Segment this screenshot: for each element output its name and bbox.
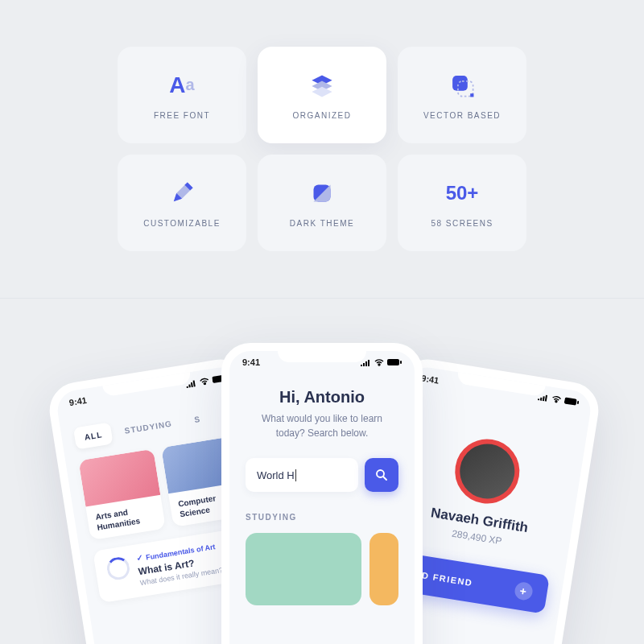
status-icons xyxy=(360,357,402,367)
status-time: 9:41 xyxy=(242,357,260,367)
studying-section-label: STUDYING xyxy=(246,513,398,522)
layers-icon xyxy=(308,71,336,100)
feature-label: 58 SCREENS xyxy=(431,219,493,228)
category-card-arts[interactable]: Arts and Humanities xyxy=(78,449,165,540)
feature-label: DARK THEME xyxy=(290,219,354,228)
feature-card-screens[interactable]: 50+ 58 SCREENS xyxy=(398,155,526,251)
feature-card-customizable[interactable]: CUSTOMIZABLE xyxy=(118,155,246,251)
feature-card-organized[interactable]: ORGANIZED xyxy=(258,47,386,143)
screens-count-icon: 50+ xyxy=(446,179,479,208)
tab-studying[interactable]: STUDYING xyxy=(114,411,184,444)
feature-card-dark-theme[interactable]: DARK THEME xyxy=(258,155,386,251)
tab-all[interactable]: ALL xyxy=(73,423,114,450)
avatar[interactable] xyxy=(451,435,525,509)
plus-icon: + xyxy=(514,581,534,601)
studying-card[interactable] xyxy=(369,533,398,605)
search-value: World H xyxy=(257,469,296,481)
dark-theme-icon xyxy=(310,179,334,208)
battery-icon xyxy=(564,396,579,407)
signal-icon xyxy=(537,392,549,402)
status-bar: 9:41 xyxy=(242,357,402,367)
feature-card-vector-based[interactable]: VECTOR BASED xyxy=(398,47,526,143)
font-icon-big-a: A xyxy=(169,72,185,98)
tab-more[interactable]: S xyxy=(183,407,212,432)
search-icon xyxy=(374,468,389,482)
svg-rect-7 xyxy=(400,361,402,364)
greeting-title: Hi, Antonio xyxy=(246,388,398,407)
feature-label: CUSTOMIZABLE xyxy=(143,219,221,228)
signal-icon xyxy=(360,358,371,366)
progress-ring-icon xyxy=(105,555,131,581)
search-button[interactable] xyxy=(365,458,398,492)
wifi-icon xyxy=(551,394,563,404)
feature-card-free-font[interactable]: Aa FREE FONT xyxy=(118,47,246,143)
phones-showcase: 9:41 ALL STUDYING S Arts and Humanities xyxy=(0,298,644,644)
feature-label: FREE FONT xyxy=(154,111,210,120)
avatar-image xyxy=(456,440,518,503)
font-aa-icon: Aa xyxy=(169,71,194,100)
font-icon-small-a: a xyxy=(186,76,195,94)
svg-rect-2 xyxy=(470,93,473,97)
svg-rect-0 xyxy=(452,76,468,91)
feature-label: ORGANIZED xyxy=(293,111,352,120)
check-icon: ✓ xyxy=(135,553,143,563)
battery-icon xyxy=(387,358,402,366)
wifi-icon xyxy=(198,377,210,386)
search-input[interactable]: World H xyxy=(246,458,358,492)
feature-label: VECTOR BASED xyxy=(423,111,501,120)
svg-line-9 xyxy=(383,477,386,480)
features-section: Aa FREE FONT ORGANIZED xyxy=(0,0,644,298)
svg-rect-10 xyxy=(564,397,577,405)
features-grid: Aa FREE FONT ORGANIZED xyxy=(118,47,526,251)
studying-card[interactable] xyxy=(246,533,361,605)
vector-icon xyxy=(448,71,476,100)
signal-icon xyxy=(184,378,196,388)
svg-rect-6 xyxy=(387,359,399,365)
wifi-icon xyxy=(374,358,385,366)
greeting-subtitle: What would you like to learn today? Sear… xyxy=(246,411,398,440)
pencil-icon xyxy=(168,179,196,208)
phone-mockup-home: 9:41 Hi, Antonio What would you like to … xyxy=(221,343,423,644)
